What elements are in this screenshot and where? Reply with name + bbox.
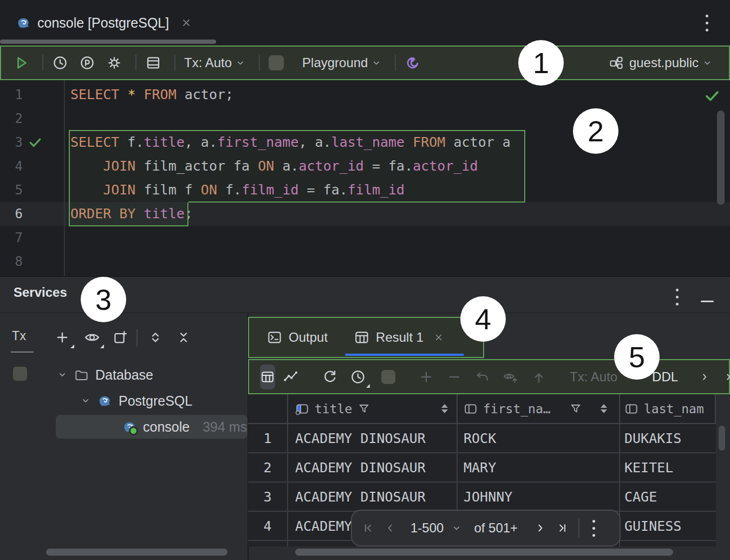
refresh-button[interactable] — [322, 369, 338, 385]
sort-toggle[interactable] — [441, 404, 448, 413]
line-number[interactable]: 3 — [0, 131, 64, 154]
cell-last-name[interactable]: GUINESS — [620, 512, 716, 540]
cell-title[interactable]: ACADEMY DINOSAUR — [288, 483, 458, 511]
tab-output[interactable]: Output — [266, 329, 328, 346]
column-header-last-name[interactable]: last_nam — [620, 394, 716, 423]
in-editor-results-icon[interactable] — [145, 55, 161, 71]
postgresql-icon — [97, 394, 112, 408]
panel-options-icon[interactable] — [676, 289, 679, 305]
cell-last-name[interactable]: KEITEL — [620, 453, 716, 481]
postgresql-console-icon — [122, 420, 136, 434]
line-number[interactable]: 7 — [0, 226, 64, 250]
chevron-down-icon[interactable] — [451, 523, 462, 533]
close-result-icon[interactable] — [434, 333, 444, 342]
first-page-button[interactable] — [362, 521, 376, 535]
cell-title[interactable]: ACADEMY DINOSAUR — [288, 424, 458, 452]
run-button[interactable] — [13, 55, 29, 71]
line-number[interactable]: 6 — [0, 202, 64, 226]
toolbar-separator — [395, 55, 396, 71]
line-number[interactable]: 1 — [0, 83, 64, 107]
chevron-right-icon[interactable] — [722, 371, 730, 383]
grid-header: title first_na… last_nam — [248, 394, 716, 424]
line-number[interactable]: 4 — [0, 154, 64, 178]
cell[interactable] — [620, 541, 716, 546]
code-line[interactable] — [70, 107, 511, 131]
sort-toggle[interactable] — [601, 404, 607, 413]
last-page-button[interactable] — [555, 521, 569, 535]
schema-switcher[interactable]: guest.public — [609, 55, 713, 70]
row-number-header[interactable] — [248, 394, 288, 423]
cell-last-name[interactable]: DUKAKIS — [620, 424, 716, 452]
cell-first-name[interactable]: JOHNNY — [458, 483, 620, 511]
hide-panel-icon[interactable] — [701, 301, 714, 302]
settings-gear-icon[interactable] — [106, 55, 122, 71]
pagination-bar: 1-500 of 501+ — [351, 510, 621, 546]
services-hscrollbar[interactable] — [46, 549, 227, 556]
tree-item-database[interactable]: Database — [57, 362, 153, 388]
line-number[interactable]: 8 — [0, 250, 64, 274]
next-page-button[interactable] — [533, 521, 547, 535]
grid-hscrollbar[interactable] — [295, 549, 673, 556]
line-number[interactable]: 2 — [0, 107, 64, 131]
result-row[interactable]: 3ACADEMY DINOSAURJOHNNYCAGE — [248, 483, 716, 512]
tx-mode-dropdown[interactable]: Tx: Auto — [184, 55, 246, 70]
grid-view-button[interactable] — [260, 364, 275, 389]
playground-dropdown[interactable]: Playground — [302, 55, 382, 70]
active-tab-indicator — [345, 354, 464, 356]
code-line[interactable] — [70, 226, 511, 250]
toolbar-separator — [135, 55, 136, 71]
close-tab-icon[interactable] — [181, 17, 192, 28]
chart-view-button[interactable] — [283, 369, 299, 385]
more-options-icon[interactable] — [706, 15, 708, 31]
line-number[interactable]: 5 — [0, 178, 64, 202]
tab-console-postgresql[interactable]: console [PostgreSQL] — [11, 9, 197, 37]
cell-first-name[interactable]: MARY — [458, 453, 620, 481]
tx-tab-indicator — [11, 351, 34, 353]
pagination-options-icon[interactable] — [592, 520, 595, 537]
result-row[interactable]: 1ACADEMY DINOSAURROCKDUKAKIS — [248, 424, 716, 453]
open-in-new-tab-button[interactable] — [113, 329, 129, 346]
editor-scrollbar[interactable] — [717, 110, 725, 205]
tree-item-postgresql[interactable]: PostgreSQL — [80, 388, 192, 414]
stop-connection-button — [13, 367, 27, 381]
row-number[interactable]: 1 — [248, 424, 288, 452]
cell-last-name[interactable]: CAGE — [620, 483, 716, 511]
history-icon[interactable] — [52, 55, 68, 71]
tx-view-tab[interactable]: Tx — [12, 329, 27, 343]
result-row[interactable]: 2ACADEMY DINOSAURMARYKEITEL — [248, 453, 716, 483]
column-name: last_nam — [644, 402, 704, 416]
row-number[interactable]: 2 — [248, 453, 288, 481]
expand-all-button[interactable] — [147, 329, 164, 346]
column-header-first-name[interactable]: first_na… — [458, 394, 620, 423]
row-number[interactable]: 4 — [248, 512, 288, 540]
row-number[interactable]: 3 — [248, 483, 288, 511]
ddl-button[interactable]: DDL — [652, 369, 683, 385]
result-tx-mode: Tx: Auto — [570, 369, 621, 385]
delete-row-button — [446, 369, 462, 385]
cell-title[interactable]: ACADEMY DINOSAUR — [288, 453, 458, 481]
cell-first-name[interactable]: ROCK — [458, 424, 620, 452]
chevron-right-icon[interactable] — [699, 371, 711, 383]
collapse-all-button[interactable] — [175, 329, 192, 346]
tab-strip-scrollbar[interactable] — [0, 40, 216, 44]
page-range-dropdown[interactable]: 1-500 — [410, 520, 444, 536]
filter-icon[interactable] — [357, 402, 370, 415]
executed-check-icon — [704, 88, 720, 104]
tab-result-1[interactable]: Result 1 — [354, 329, 444, 346]
profile-icon[interactable] — [79, 55, 95, 71]
column-header-title[interactable]: title — [288, 394, 458, 423]
cell[interactable] — [248, 541, 288, 546]
filter-icon[interactable] — [569, 402, 582, 415]
code-line[interactable] — [70, 250, 511, 274]
prev-page-button[interactable] — [383, 521, 397, 535]
tree-item-console[interactable]: console 394 ms — [122, 414, 247, 440]
postgresql-icon — [16, 16, 31, 30]
sql-editor[interactable]: 12345678 SELECT * FROM actor;SELECT f.ti… — [0, 80, 730, 276]
add-service-button[interactable] — [54, 329, 70, 346]
code-line[interactable]: SELECT * FROM actor; — [70, 83, 511, 107]
auto-refresh-clock-button[interactable] — [350, 369, 366, 385]
view-options-eye-button[interactable] — [84, 329, 100, 346]
session-spiral-icon[interactable] — [405, 55, 421, 71]
grid-vscrollbar[interactable] — [719, 426, 725, 451]
console-toolbar: Tx: Auto Playground guest.public — [0, 45, 730, 80]
